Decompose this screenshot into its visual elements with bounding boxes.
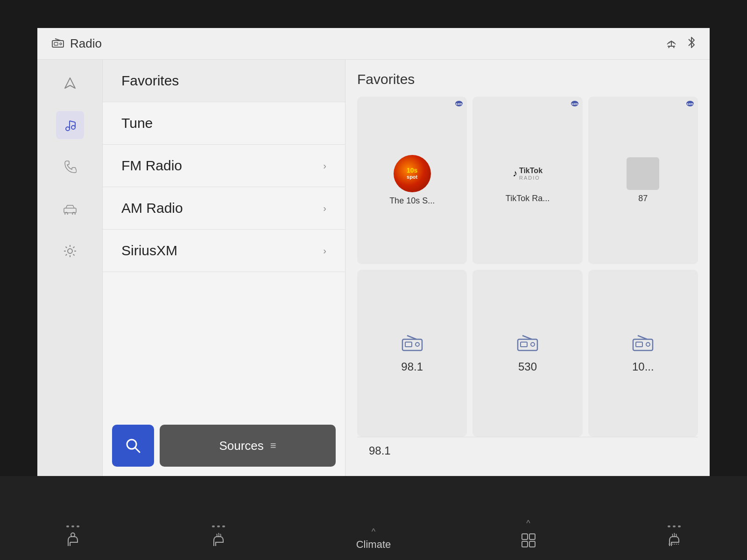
radio-icon-large	[631, 333, 655, 357]
svg-line-19	[135, 448, 140, 452]
svg-point-10	[71, 126, 75, 129]
card-label: TikTok Ra...	[506, 194, 550, 203]
svg-rect-42	[529, 541, 535, 547]
svg-rect-40	[529, 534, 535, 539]
dot-row	[668, 525, 681, 527]
svg-rect-35	[636, 342, 642, 347]
svg-point-38	[71, 533, 75, 537]
page-title: Radio	[70, 36, 102, 51]
dot-row	[66, 525, 79, 527]
svg-point-28	[416, 343, 419, 346]
heated-seat-rear-icon	[666, 532, 683, 551]
dot	[678, 525, 681, 527]
now-playing-bar: 98.1	[357, 437, 698, 464]
svg-text:sxm: sxm	[456, 102, 462, 105]
dot-row	[212, 525, 225, 527]
svg-marker-8	[65, 78, 75, 88]
menu-item-fm-radio[interactable]: FM Radio ›	[103, 145, 345, 187]
header-right-icons	[665, 36, 696, 51]
tenspot-logo: 10s spot	[394, 155, 431, 192]
chevron-icon: ›	[323, 161, 326, 171]
now-playing-label: 98.1	[369, 444, 391, 457]
sources-menu-icon: ≡	[270, 440, 276, 452]
favorites-title: Favorites	[357, 71, 698, 87]
favorites-panel: Favorites sxm 10s spot The 10s S...	[345, 60, 710, 476]
sxm-badge: sxm	[686, 100, 694, 107]
svg-point-16	[72, 212, 75, 215]
bottom-bar: ^ Climate ^	[0, 476, 747, 560]
svg-rect-41	[522, 541, 528, 547]
dot	[212, 525, 215, 527]
bottom-item-heated-seat-front[interactable]	[210, 525, 227, 551]
favorite-card-10s-spot[interactable]: sxm 10s spot The 10s S...	[357, 97, 467, 264]
svg-rect-27	[405, 342, 412, 347]
climate-label: Climate	[356, 539, 391, 551]
sidebar-item-phone[interactable]	[56, 153, 84, 181]
heated-seat-front-icon	[210, 532, 227, 551]
radio-icon-large	[401, 333, 424, 357]
favorite-card-partial[interactable]: 10...	[588, 270, 698, 437]
menu-item-siriusxm[interactable]: SiriusXM ›	[103, 230, 345, 272]
svg-line-13	[70, 121, 75, 122]
favorite-card-87[interactable]: sxm 87	[588, 97, 698, 264]
svg-point-2	[60, 43, 62, 45]
antenna-icon	[665, 37, 678, 51]
apps-grid-icon	[520, 532, 537, 551]
dot	[673, 525, 676, 527]
apps-chevron-icon: ^	[526, 518, 530, 528]
card-number: 98.1	[401, 360, 423, 373]
card-label: The 10s S...	[389, 196, 435, 206]
content-area: Favorites Tune FM Radio › AM Radio › Sir…	[37, 60, 710, 476]
search-button[interactable]	[112, 425, 154, 467]
menu-panel: Favorites Tune FM Radio › AM Radio › Sir…	[103, 60, 345, 476]
sidebar-item-navigation[interactable]	[56, 69, 84, 97]
svg-rect-39	[522, 534, 528, 539]
favorite-card-tiktok[interactable]: sxm ♪ TikTok RADIO TikTok Ra...	[472, 97, 582, 264]
menu-bottom-actions: Sources ≡	[103, 415, 345, 476]
favorite-card-98-1[interactable]: 98.1	[357, 270, 467, 437]
menu-item-am-radio[interactable]: AM Radio ›	[103, 187, 345, 230]
tiktok-logo: ♪ TikTok RADIO	[509, 157, 546, 190]
svg-text:sxm: sxm	[687, 102, 693, 105]
climate-chevron-icon: ^	[372, 527, 375, 537]
svg-rect-1	[54, 42, 58, 45]
sidebar-item-car[interactable]	[56, 195, 84, 223]
main-screen: Radio	[37, 28, 710, 476]
bluetooth-icon	[687, 36, 696, 51]
chevron-icon: ›	[323, 245, 326, 256]
svg-rect-31	[521, 342, 527, 347]
dot	[222, 525, 225, 527]
left-sidebar	[37, 60, 103, 476]
card-number: 530	[518, 360, 537, 373]
bottom-item-heated-seat-rear[interactable]	[666, 525, 683, 551]
favorites-grid: sxm 10s spot The 10s S... sxm	[357, 97, 698, 437]
bottom-item-seat[interactable]	[64, 525, 81, 551]
svg-point-32	[531, 343, 535, 346]
header-bar: Radio	[37, 28, 710, 60]
bottom-item-climate[interactable]: ^ Climate	[356, 527, 391, 551]
svg-point-15	[65, 212, 68, 215]
radio-icon-large	[516, 333, 539, 357]
favorite-card-530[interactable]: 530	[472, 270, 582, 437]
radio-icon	[51, 37, 64, 51]
dot	[66, 525, 69, 527]
sidebar-item-music[interactable]	[56, 111, 84, 139]
dot	[71, 525, 74, 527]
partial-placeholder	[627, 157, 659, 190]
menu-item-favorites[interactable]: Favorites	[103, 60, 345, 102]
chevron-icon: ›	[323, 203, 326, 214]
seat-icon	[64, 532, 81, 551]
dot	[668, 525, 670, 527]
card-label: 87	[638, 194, 648, 203]
svg-point-36	[646, 343, 650, 346]
sidebar-item-settings[interactable]	[56, 237, 84, 265]
svg-text:sxm: sxm	[571, 102, 578, 105]
dot	[77, 525, 79, 527]
sources-button[interactable]: Sources ≡	[160, 425, 336, 467]
menu-item-tune[interactable]: Tune	[103, 102, 345, 145]
sxm-badge: sxm	[571, 100, 579, 107]
sxm-badge: sxm	[455, 100, 463, 107]
svg-point-17	[68, 249, 72, 253]
bottom-item-apps[interactable]: ^	[520, 518, 537, 551]
card-number: 10...	[632, 360, 654, 373]
